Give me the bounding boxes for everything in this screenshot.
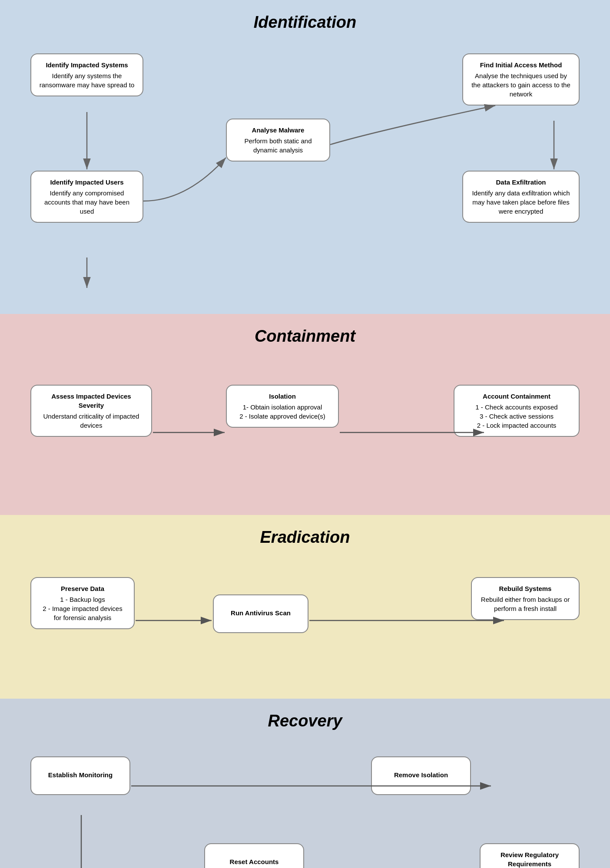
node-initial-access: Find Initial Access Method Analyse the t…	[462, 53, 580, 106]
node-analyse-malware-body: Perform both static and dynamic analysis	[244, 137, 312, 154]
node-establish-monitoring-title: Establish Monitoring	[39, 770, 122, 779]
node-preserve-data: Preserve Data 1 - Backup logs 2 - Image …	[30, 577, 135, 629]
node-assess-devices-title: Assess Impacted Devices Severity	[39, 392, 143, 410]
node-isolation: Isolation 1- Obtain isolation approval 2…	[226, 385, 339, 428]
identification-section: Identification Identify Impacted Systems…	[0, 0, 610, 314]
node-run-antivirus: Run Antivirus Scan	[213, 594, 308, 633]
node-remove-isolation: Remove Isolation	[371, 756, 471, 795]
node-account-containment: Account Containment 1 - Check accounts e…	[454, 385, 580, 437]
node-impacted-systems: Identify Impacted Systems Identify any s…	[30, 53, 143, 96]
node-preserve-data-title: Preserve Data	[39, 584, 126, 593]
node-initial-access-body: Analyse the techniques used by the attac…	[471, 72, 570, 98]
node-rebuild-systems-body: Rebuild either from backups or perform a…	[481, 596, 570, 612]
node-reset-accounts-title: Reset Accounts	[213, 857, 295, 866]
node-data-exfiltration: Data Exfiltration Identify any data exfi…	[462, 171, 580, 223]
eradication-title: Eradication	[17, 528, 593, 547]
node-impacted-users-title: Identify Impacted Users	[39, 178, 135, 187]
node-initial-access-title: Find Initial Access Method	[471, 60, 571, 69]
node-account-containment-title: Account Containment	[462, 392, 571, 401]
recovery-flow: Establish Monitoring Remove Isolation Re…	[17, 743, 593, 868]
node-impacted-users: Identify Impacted Users Identify any com…	[30, 171, 143, 223]
node-review-regulatory-title: Review Regulatory Requirements	[488, 850, 571, 868]
node-establish-monitoring: Establish Monitoring	[30, 756, 130, 795]
containment-flow: Assess Impacted Devices Severity Underst…	[17, 359, 593, 498]
node-preserve-data-body: 1 - Backup logs 2 - Image impacted devic…	[43, 596, 122, 621]
node-reset-accounts: Reset Accounts	[204, 843, 304, 868]
node-rebuild-systems: Rebuild Systems Rebuild either from back…	[471, 577, 580, 620]
node-remove-isolation-title: Remove Isolation	[380, 770, 462, 779]
identification-title: Identification	[17, 13, 593, 32]
node-data-exfiltration-body: Identify any data exfiltration which may…	[472, 189, 570, 215]
node-impacted-systems-title: Identify Impacted Systems	[39, 60, 135, 69]
node-analyse-malware-title: Analyse Malware	[235, 125, 322, 135]
identification-flow: Identify Impacted Systems Identify any s…	[17, 45, 593, 297]
node-data-exfiltration-title: Data Exfiltration	[471, 178, 571, 187]
eradication-section: Eradication Preserve Data 1 - Backup log…	[0, 515, 610, 699]
node-rebuild-systems-title: Rebuild Systems	[480, 584, 571, 593]
node-assess-devices: Assess Impacted Devices Severity Underst…	[30, 385, 152, 437]
containment-section: Containment Assess Impacted Devices Seve…	[0, 314, 610, 515]
node-review-regulatory: Review Regulatory Requirements	[480, 843, 580, 868]
node-isolation-title: Isolation	[235, 392, 330, 401]
node-analyse-malware: Analyse Malware Perform both static and …	[226, 119, 330, 162]
node-account-containment-body: 1 - Check accounts exposed 3 - Check act…	[475, 403, 557, 429]
recovery-section: Recovery Establish Monitoring Remove Iso…	[0, 699, 610, 868]
containment-title: Containment	[17, 327, 593, 346]
node-run-antivirus-title: Run Antivirus Scan	[222, 608, 300, 617]
node-assess-devices-body: Understand criticality of impacted devic…	[43, 413, 139, 429]
eradication-flow: Preserve Data 1 - Backup logs 2 - Image …	[17, 560, 593, 681]
node-impacted-users-body: Identify any compromised accounts that m…	[44, 189, 129, 215]
node-impacted-systems-body: Identify any systems the ransomware may …	[40, 72, 134, 89]
node-isolation-body: 1- Obtain isolation approval 2 - Isolate…	[239, 403, 325, 420]
recovery-title: Recovery	[17, 712, 593, 730]
